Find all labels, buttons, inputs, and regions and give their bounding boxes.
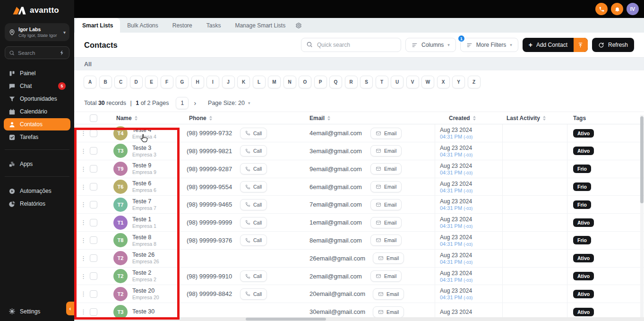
contact-name-cell[interactable]: T4Teste 4Empresa 4 <box>105 126 186 140</box>
vertical-scrollbar-thumb[interactable] <box>640 116 644 203</box>
column-header-created[interactable]: Created <box>449 115 470 121</box>
table-row[interactable]: ⋮T7Teste 7Empresa 7(98) 99999-9465Call7e… <box>74 196 644 214</box>
call-button[interactable]: Call <box>240 199 267 210</box>
letter-filter-L[interactable]: L <box>253 76 266 88</box>
import-contacts-button[interactable] <box>574 38 588 52</box>
page-size-select[interactable]: Page Size: 20 ▾ <box>208 100 250 106</box>
row-checkbox[interactable] <box>90 147 97 155</box>
call-button[interactable]: Call <box>240 217 267 228</box>
call-button[interactable]: Call <box>240 145 267 156</box>
sidebar-item-settings[interactable]: Settings <box>0 308 49 315</box>
table-row[interactable]: ⋮T9Teste 9Empresa 9(98) 99999-9287Call9e… <box>74 160 644 178</box>
letter-filter-H[interactable]: H <box>191 76 204 88</box>
letter-filter-X[interactable]: X <box>437 76 450 88</box>
sidebar-item-relatórios[interactable]: Relatórios <box>4 198 70 210</box>
smart-list-all-tab[interactable]: All <box>74 57 644 70</box>
tab-manage-smart-lists[interactable]: Manage Smart Lists <box>228 18 292 33</box>
table-row[interactable]: ⋮T3Teste 3Empresa 3(98) 99999-9821Call3e… <box>74 142 644 160</box>
quick-search-input[interactable] <box>301 38 401 52</box>
horizontal-scrollbar[interactable] <box>74 317 644 321</box>
letter-filter-U[interactable]: U <box>391 76 404 88</box>
letter-filter-K[interactable]: K <box>237 76 250 88</box>
call-button[interactable]: Call <box>240 128 267 139</box>
email-button[interactable]: Email <box>370 217 402 228</box>
letter-filter-T[interactable]: T <box>376 76 388 88</box>
sidebar-item-apps[interactable]: Apps <box>4 158 70 170</box>
row-checkbox[interactable] <box>90 201 97 208</box>
row-drag-handle[interactable]: ⋮ <box>74 237 88 244</box>
letter-filter-N[interactable]: N <box>283 76 296 88</box>
sidebar-item-contatos[interactable]: Contatos <box>4 118 70 130</box>
column-header-email[interactable]: Email <box>309 115 325 121</box>
page-number-input[interactable]: 1 <box>176 97 189 109</box>
letter-filter-Y[interactable]: Y <box>452 76 465 88</box>
tab-restore[interactable]: Restore <box>165 18 199 33</box>
row-checkbox[interactable] <box>90 272 97 280</box>
row-drag-handle[interactable]: ⋮ <box>74 273 88 280</box>
select-all-checkbox[interactable] <box>90 114 97 122</box>
row-checkbox[interactable] <box>90 183 97 191</box>
contact-name-cell[interactable]: T7Teste 7Empresa 7 <box>105 198 186 212</box>
row-drag-handle[interactable]: ⋮ <box>74 183 88 191</box>
tab-tasks[interactable]: Tasks <box>199 18 228 33</box>
row-checkbox[interactable] <box>90 308 97 316</box>
column-header-phone[interactable]: Phone <box>189 115 206 121</box>
email-button[interactable]: Email <box>370 163 402 174</box>
contact-name-cell[interactable]: T8Teste 8Empresa 8 <box>105 233 186 247</box>
columns-button[interactable]: Columns ▾ <box>405 38 456 52</box>
row-drag-handle[interactable]: ⋮ <box>74 219 88 226</box>
letter-filter-G[interactable]: G <box>176 76 189 88</box>
letter-filter-B[interactable]: B <box>99 76 112 88</box>
sort-icon[interactable] <box>209 116 212 121</box>
sort-icon[interactable] <box>327 116 330 121</box>
table-row[interactable]: ⋮T2Teste 26Empresa 2626email@gmail.comEm… <box>74 250 644 268</box>
table-row[interactable]: ⋮T1Teste 1Empresa 1(98) 99999-9999Call1e… <box>74 214 644 232</box>
table-row[interactable]: ⋮T8Teste 8Empresa 8(98) 99999-9376Call8e… <box>74 232 644 250</box>
letter-filter-E[interactable]: E <box>145 76 158 88</box>
bell-icon[interactable] <box>611 3 623 15</box>
row-drag-handle[interactable]: ⋮ <box>74 255 88 262</box>
email-button[interactable]: Email <box>370 145 402 156</box>
table-row[interactable]: ⋮T2Teste 20Empresa 20(98) 99999-8842Call… <box>74 285 644 303</box>
add-contact-button[interactable]: + Add Contact <box>523 38 588 52</box>
letter-filter-P[interactable]: P <box>314 76 327 88</box>
letter-filter-S[interactable]: S <box>360 76 373 88</box>
row-drag-handle[interactable]: ⋮ <box>74 130 88 137</box>
row-drag-handle[interactable]: ⋮ <box>74 147 88 155</box>
contact-name-cell[interactable]: T3Teste 3Empresa 3 <box>105 144 186 158</box>
sort-icon[interactable] <box>543 116 546 121</box>
table-row[interactable]: ⋮T2Teste 2Empresa 2(98) 99999-9910Call2e… <box>74 268 644 286</box>
letter-filter-F[interactable]: F <box>161 76 173 88</box>
phone-icon[interactable] <box>595 3 608 15</box>
location-switcher[interactable]: Igor Labs City Igor, State Igor ▾ <box>5 23 69 41</box>
sidebar-item-automações[interactable]: Automações <box>4 185 70 197</box>
contact-name-cell[interactable]: T6Teste 6Empresa 6 <box>105 180 186 194</box>
email-button[interactable]: Email <box>373 288 404 300</box>
row-checkbox[interactable] <box>90 219 97 226</box>
sidebar-item-tarefas[interactable]: Tarefas <box>4 131 70 143</box>
email-button[interactable]: Email <box>370 128 402 139</box>
sidebar-item-chat[interactable]: Chat5 <box>4 80 70 92</box>
sidebar-item-painel[interactable]: Painel <box>4 67 70 79</box>
contact-name-cell[interactable]: T1Teste 1Empresa 1 <box>105 216 186 230</box>
row-drag-handle[interactable]: ⋮ <box>74 290 88 297</box>
row-checkbox[interactable] <box>90 254 97 262</box>
user-avatar[interactable]: IV <box>627 3 639 15</box>
letter-filter-R[interactable]: R <box>345 76 358 88</box>
call-button[interactable]: Call <box>240 163 267 174</box>
row-checkbox[interactable] <box>90 290 97 298</box>
email-button[interactable]: Email <box>370 181 402 192</box>
letter-filter-D[interactable]: D <box>130 76 143 88</box>
email-button[interactable]: Email <box>370 270 402 282</box>
sort-icon[interactable] <box>135 116 137 121</box>
sidebar-item-calendário[interactable]: Calendário <box>4 105 70 118</box>
row-checkbox[interactable] <box>90 130 97 137</box>
letter-filter-M[interactable]: M <box>268 76 281 88</box>
call-button[interactable]: Call <box>240 270 267 282</box>
sidebar-collapse-button[interactable]: ‹ <box>66 302 74 315</box>
letter-filter-W[interactable]: W <box>421 76 434 88</box>
call-button[interactable]: Call <box>240 288 267 300</box>
letter-filter-A[interactable]: A <box>84 76 96 88</box>
table-row[interactable]: ⋮T6Teste 6Empresa 6(98) 99999-9554Call6e… <box>74 178 644 196</box>
sort-icon[interactable] <box>473 116 476 121</box>
